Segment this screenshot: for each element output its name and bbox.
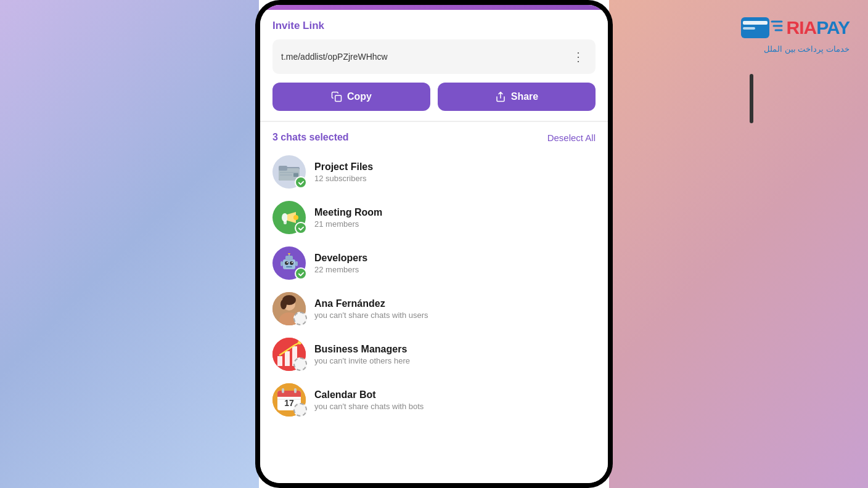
svg-point-37 <box>298 341 301 344</box>
svg-rect-35 <box>285 351 290 366</box>
svg-rect-15 <box>284 220 287 224</box>
copy-icon <box>331 91 342 102</box>
svg-rect-18 <box>285 256 293 261</box>
chat-subtitle: 12 subscribers <box>314 174 596 183</box>
svg-point-16 <box>293 215 298 220</box>
link-box: t.me/addlist/opPZjreWHhcw ⋮ <box>272 39 596 74</box>
ria-text: RIA <box>787 17 817 38</box>
riapay-logo: RIA PAY خدمات پرداخت بین الملل <box>677 12 850 54</box>
selected-badge-meeting <box>295 222 307 234</box>
disabled-badge-business <box>293 357 307 371</box>
svg-rect-6 <box>335 96 342 102</box>
phone-side-button <box>750 74 753 123</box>
chat-name: Project Files <box>314 161 596 173</box>
invite-section: Invite Link t.me/addlist/opPZjreWHhcw ⋮ … <box>260 10 608 121</box>
chat-subtitle: you can't invite others here <box>314 356 596 365</box>
chat-name: Calendar Bot <box>314 389 596 401</box>
chat-name: Developers <box>314 253 596 264</box>
svg-rect-34 <box>277 356 282 366</box>
svg-point-20 <box>287 262 288 263</box>
chat-subtitle: 21 members <box>314 219 596 229</box>
svg-point-32 <box>280 299 287 309</box>
chat-info-business: Business Managers you can't invite other… <box>314 344 596 365</box>
avatar-wrapper-developers <box>272 246 306 280</box>
svg-rect-41 <box>277 394 301 397</box>
chat-subtitle: you can't share chats with users <box>314 311 596 320</box>
svg-rect-23 <box>286 266 292 267</box>
chat-info-calendar: Calendar Bot you can't share chats with … <box>314 389 596 411</box>
svg-point-25 <box>288 253 290 254</box>
bg-right <box>609 0 868 488</box>
chat-info-project: Project Files 12 subscribers <box>314 161 596 183</box>
chats-header: 3 chats selected Deselect All <box>272 122 596 149</box>
svg-rect-12 <box>280 174 292 176</box>
svg-rect-44 <box>282 388 284 393</box>
selected-badge-developers <box>295 267 307 280</box>
action-buttons: Copy Share <box>272 83 596 111</box>
phone-frame: Invite Link t.me/addlist/opPZjreWHhcw ⋮ … <box>255 0 613 488</box>
bg-left <box>0 0 259 488</box>
share-icon <box>495 91 506 102</box>
list-item: 17 Calendar Bot you can't sh <box>272 377 596 423</box>
share-button[interactable]: Share <box>438 83 596 111</box>
svg-point-22 <box>292 262 293 263</box>
avatar-wrapper-business <box>272 338 306 371</box>
list-item: Ana Fernández you can't share chats with… <box>272 286 596 331</box>
svg-rect-11 <box>280 172 298 173</box>
svg-rect-17 <box>283 259 295 269</box>
avatar-wrapper-calendar: 17 <box>272 383 306 417</box>
avatar-wrapper-ana <box>272 292 306 325</box>
list-item[interactable]: Developers 22 members <box>272 240 596 286</box>
list-item: Business Managers you can't invite other… <box>272 331 596 377</box>
svg-rect-26 <box>280 261 283 266</box>
invite-title: Invite Link <box>272 20 596 32</box>
content-area: Invite Link t.me/addlist/opPZjreWHhcw ⋮ … <box>260 10 608 483</box>
chat-info-meeting: Meeting Room 21 members <box>314 207 596 229</box>
avatar-wrapper-project <box>272 155 306 189</box>
chat-name: Meeting Room <box>314 207 596 218</box>
selected-badge-project <box>295 176 307 189</box>
copy-button[interactable]: Copy <box>272 83 430 111</box>
chat-info-developers: Developers 22 members <box>314 253 596 274</box>
riapay-subtitle: خدمات پرداخت بین الملل <box>764 44 850 54</box>
svg-point-21 <box>290 261 293 265</box>
svg-point-19 <box>285 261 289 265</box>
more-options-icon[interactable]: ⋮ <box>570 47 587 67</box>
phone-screen: Invite Link t.me/addlist/opPZjreWHhcw ⋮ … <box>260 5 608 483</box>
chats-section: 3 chats selected Deselect All <box>260 122 608 423</box>
chat-name: Ana Fernández <box>314 298 596 309</box>
chat-name: Business Managers <box>314 344 596 355</box>
chat-subtitle: 22 members <box>314 265 596 274</box>
deselect-all-button[interactable]: Deselect All <box>547 132 596 143</box>
list-item[interactable]: Project Files 12 subscribers <box>272 149 596 195</box>
svg-rect-2 <box>743 27 755 30</box>
invite-link-text: t.me/addlist/opPZjreWHhcw <box>281 52 570 62</box>
chats-count: 3 chats selected <box>272 132 349 143</box>
svg-rect-1 <box>743 21 768 25</box>
pay-text: PAY <box>816 17 850 38</box>
svg-rect-10 <box>279 166 287 171</box>
avatar-wrapper-meeting <box>272 201 306 234</box>
riapay-icon <box>740 12 783 43</box>
svg-rect-27 <box>295 261 298 266</box>
list-item[interactable]: Meeting Room 21 members <box>272 195 596 240</box>
top-bar <box>260 5 608 10</box>
svg-rect-45 <box>294 388 297 393</box>
chat-subtitle: you can't share chats with bots <box>314 402 596 411</box>
disabled-badge-calendar <box>293 403 307 417</box>
chat-info-ana: Ana Fernández you can't share chats with… <box>314 298 596 320</box>
disabled-badge-ana <box>293 312 307 325</box>
